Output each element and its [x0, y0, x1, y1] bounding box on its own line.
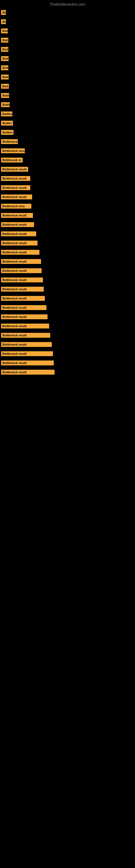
bottleneck-bar-bg [13, 120, 134, 126]
list-item: Bottleneck result [0, 331, 135, 340]
bottleneck-bar-bg [31, 204, 134, 209]
bottleneck-bar-bg [49, 323, 134, 329]
list-item: Bottleneck result [0, 349, 135, 358]
bottleneck-label: Bottleneck resu [1, 148, 25, 153]
bottleneck-bar-bg [10, 102, 134, 107]
items-container: BoBoBottBottBottBottlBottBottBottBottlBo… [0, 8, 135, 377]
list-item: Bottleneck result [0, 303, 135, 312]
bottleneck-bar-bg [30, 185, 134, 190]
bottleneck-bar-bg [6, 10, 134, 15]
list-item: Bottleneck result [0, 220, 135, 229]
list-item: Bottleneck result [0, 257, 135, 266]
bottleneck-label: Bo [1, 10, 6, 15]
bottleneck-bar-bg [41, 259, 134, 264]
list-item: Bottler [0, 119, 135, 127]
bottleneck-label: Bott [1, 29, 8, 33]
bottleneck-bar-bg [8, 28, 134, 34]
bottleneck-bar-bg [8, 65, 134, 70]
bottleneck-label: Bottler [1, 121, 13, 126]
list-item: Bottleneck resu [0, 147, 135, 155]
list-item: Bottleneck [0, 137, 135, 146]
list-item: Bott [0, 73, 135, 82]
bottleneck-label: Bottleneck result [1, 241, 38, 246]
list-item: Bottleneck result [0, 322, 135, 330]
bottleneck-bar-bg [12, 111, 134, 117]
bottleneck-label: Bo [1, 19, 6, 24]
bottleneck-bar-bg [32, 194, 134, 199]
list-item: Bott [0, 45, 135, 54]
bottleneck-bar-bg [23, 157, 134, 163]
list-item: Bottleneck result [0, 294, 135, 303]
bottleneck-bar-bg [54, 360, 134, 366]
bottleneck-bar-bg [9, 84, 134, 89]
bottleneck-bar-bg [52, 342, 134, 347]
bottleneck-label: Bottlen [1, 130, 13, 135]
bottleneck-bar-bg [28, 166, 134, 172]
bottleneck-label: Bottl [1, 56, 9, 61]
bottleneck-label: Bottleneck result [1, 296, 45, 301]
bottleneck-bar-bg [36, 231, 134, 237]
bottleneck-bar-bg [34, 222, 134, 227]
list-item: Bottleneck result [0, 165, 135, 174]
bottleneck-bar-bg [50, 333, 134, 338]
list-item: Bo [0, 18, 135, 26]
list-item: Bott [0, 63, 135, 72]
list-item: Bottlen [0, 110, 135, 118]
bottleneck-bar-bg [9, 74, 134, 80]
list-item: Bo [0, 8, 135, 17]
bottleneck-label: Bottleneck result [1, 351, 53, 356]
list-item: Bott [0, 82, 135, 91]
bottleneck-label: Bottleneck result [1, 268, 42, 273]
list-item: Bottleneck re [0, 156, 135, 164]
bottleneck-bar-bg [6, 19, 134, 24]
list-item: Bottleneck result [0, 193, 135, 201]
bottleneck-label: Bott [1, 47, 8, 52]
bottleneck-label: Bottleneck result [1, 222, 34, 227]
bottleneck-label: Bottl [1, 93, 9, 98]
list-item: Bott [0, 36, 135, 44]
list-item: Bottleneck result [0, 239, 135, 247]
list-item: Bottleneck result [0, 211, 135, 220]
bottleneck-label: Bottleneck result [1, 370, 54, 375]
site-title: TheBottlenecker.com [0, 0, 135, 9]
list-item: Bottleneck resu [0, 202, 135, 211]
bottleneck-label: Bottleneck result [1, 333, 50, 338]
bottleneck-label: Bott [1, 84, 9, 89]
list-item: Bottleneck result [0, 174, 135, 183]
bottleneck-label: Bottleneck result [1, 305, 46, 310]
list-item: Bottleneck result [0, 267, 135, 275]
bottleneck-bar-bg [8, 37, 134, 43]
list-item: Bottleneck result [0, 340, 135, 349]
list-item: Bottleneck result [0, 248, 135, 257]
bottleneck-bar-bg [9, 93, 134, 98]
list-item: Bottleneck result [0, 368, 135, 376]
bottleneck-bar-bg [33, 213, 134, 218]
list-item: Bottleneck result [0, 229, 135, 238]
bottleneck-bar-bg [13, 130, 134, 135]
bottleneck-label: Bottleneck result [1, 361, 54, 365]
bottleneck-bar-bg [25, 148, 134, 154]
bottleneck-label: Bottleneck result [1, 231, 36, 236]
bottleneck-label: Bott [1, 38, 8, 42]
bottleneck-label: Bottleneck re [1, 158, 23, 162]
bottleneck-label: Bottleneck [1, 139, 18, 144]
list-item: Bottle [0, 100, 135, 109]
bottleneck-label: Bottlen [1, 112, 12, 116]
bottleneck-label: Bottleneck result [1, 323, 49, 329]
bottleneck-bar-bg [42, 268, 134, 273]
list-item: Bottlen [0, 128, 135, 137]
bottleneck-bar-bg [48, 314, 134, 319]
bottleneck-bar-bg [45, 296, 134, 301]
list-item: Bottleneck result [0, 359, 135, 367]
bottleneck-label: Bottleneck result [1, 167, 28, 172]
bottleneck-bar-bg [46, 305, 134, 310]
bottleneck-label: Bottleneck resu [1, 204, 31, 209]
bottleneck-bar-bg [38, 240, 134, 246]
list-item: Bottleneck result [0, 285, 135, 293]
bottleneck-label: Bottleneck result [1, 250, 39, 255]
bottleneck-label: Bottleneck result [1, 185, 30, 190]
bottleneck-label: Bottleneck result [1, 259, 41, 264]
bottleneck-label: Bottleneck result [1, 287, 44, 291]
list-item: Bottleneck result [0, 276, 135, 284]
bottleneck-label: Bott [1, 65, 8, 70]
